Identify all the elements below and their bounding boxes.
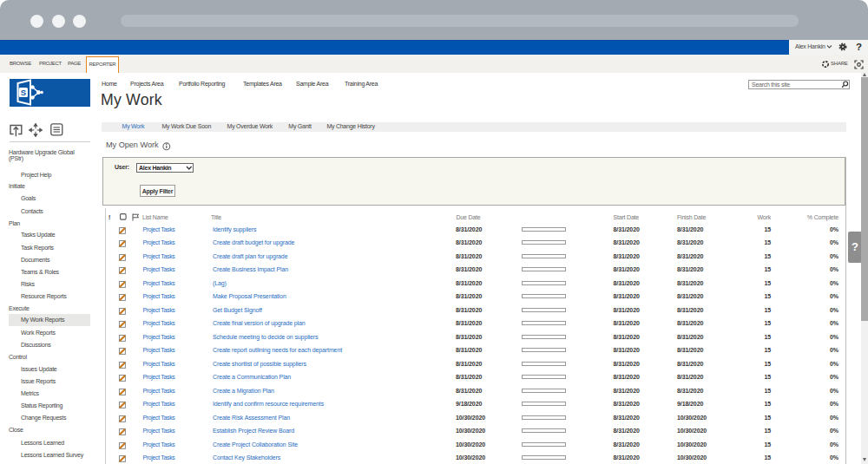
svg-text:S: S [21, 88, 26, 97]
